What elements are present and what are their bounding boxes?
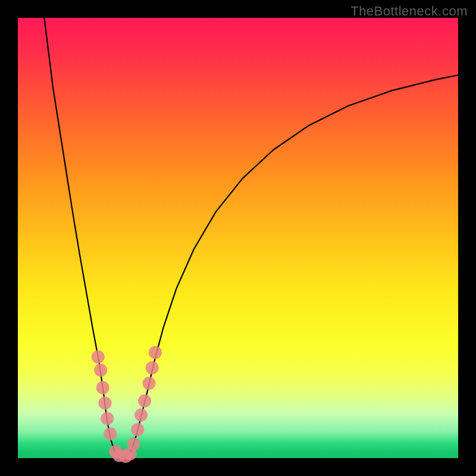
marker-point (92, 350, 105, 364)
marker-point (104, 427, 117, 440)
marker-point (134, 408, 148, 421)
watermark-label: TheBottleneck.com (350, 4, 468, 19)
chart-container: TheBottleneck.com (0, 0, 476, 476)
marker-point (131, 423, 144, 436)
marker-point (149, 346, 162, 359)
marker-point (94, 364, 107, 377)
marker-point (127, 437, 140, 450)
marker-point (96, 381, 109, 394)
plot-background (18, 18, 458, 458)
marker-point (99, 397, 112, 410)
bottleneck-chart (0, 0, 476, 476)
marker-point (143, 377, 156, 390)
marker-point (138, 394, 151, 408)
marker-point (146, 361, 159, 374)
marker-point (101, 412, 114, 425)
